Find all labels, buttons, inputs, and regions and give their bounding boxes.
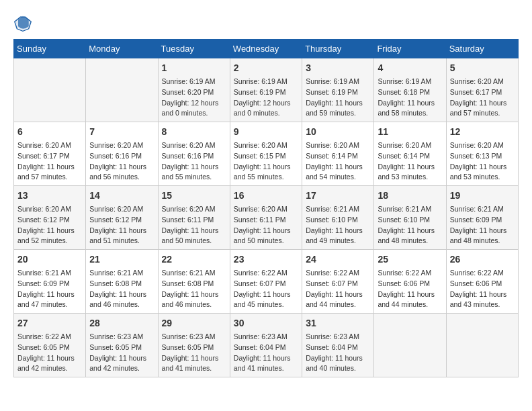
day-number: 22 [162, 253, 226, 267]
day-info: Sunrise: 6:19 AMSunset: 6:19 PMDaylight:… [306, 77, 370, 119]
day-number: 9 [234, 125, 298, 139]
day-info: Sunrise: 6:19 AMSunset: 6:19 PMDaylight:… [234, 77, 298, 119]
day-info: Sunrise: 6:20 AMSunset: 6:14 PMDaylight:… [378, 140, 442, 183]
day-number: 6 [17, 125, 82, 139]
calendar-cell: 30Sunrise: 6:23 AMSunset: 6:04 PMDayligh… [230, 314, 302, 377]
logo-icon [13, 13, 32, 32]
calendar-cell: 20Sunrise: 6:21 AMSunset: 6:09 PMDayligh… [14, 250, 86, 314]
calendar-cell: 16Sunrise: 6:20 AMSunset: 6:11 PMDayligh… [230, 186, 302, 250]
calendar-cell: 15Sunrise: 6:20 AMSunset: 6:11 PMDayligh… [158, 186, 230, 250]
calendar-cell: 23Sunrise: 6:22 AMSunset: 6:07 PMDayligh… [230, 250, 302, 314]
calendar-cell: 21Sunrise: 6:21 AMSunset: 6:08 PMDayligh… [86, 250, 158, 314]
calendar-cell [86, 58, 158, 122]
header-wednesday: Wednesday [230, 40, 302, 58]
day-info: Sunrise: 6:21 AMSunset: 6:08 PMDaylight:… [162, 268, 226, 310]
calendar-cell: 27Sunrise: 6:22 AMSunset: 6:05 PMDayligh… [14, 314, 86, 377]
day-info: Sunrise: 6:20 AMSunset: 6:17 PMDaylight:… [17, 140, 82, 183]
page-header [13, 13, 519, 32]
day-info: Sunrise: 6:20 AMSunset: 6:11 PMDaylight:… [162, 204, 226, 246]
day-number: 31 [306, 316, 370, 330]
week-row-1: 1Sunrise: 6:19 AMSunset: 6:20 PMDaylight… [14, 58, 519, 122]
day-number: 26 [450, 253, 515, 267]
day-number: 15 [162, 189, 226, 203]
day-info: Sunrise: 6:20 AMSunset: 6:16 PMDaylight:… [162, 140, 226, 183]
day-info: Sunrise: 6:20 AMSunset: 6:13 PMDaylight:… [450, 140, 515, 183]
header-sunday: Sunday [14, 40, 86, 58]
calendar-cell: 7Sunrise: 6:20 AMSunset: 6:16 PMDaylight… [86, 122, 158, 186]
calendar-cell: 8Sunrise: 6:20 AMSunset: 6:16 PMDaylight… [158, 122, 230, 186]
day-info: Sunrise: 6:20 AMSunset: 6:17 PMDaylight:… [450, 77, 515, 119]
day-info: Sunrise: 6:20 AMSunset: 6:15 PMDaylight:… [234, 140, 298, 183]
week-row-5: 27Sunrise: 6:22 AMSunset: 6:05 PMDayligh… [14, 314, 519, 377]
day-info: Sunrise: 6:22 AMSunset: 6:07 PMDaylight:… [306, 268, 370, 310]
day-info: Sunrise: 6:19 AMSunset: 6:20 PMDaylight:… [162, 77, 226, 119]
calendar-cell: 4Sunrise: 6:19 AMSunset: 6:18 PMDaylight… [374, 58, 446, 122]
calendar-cell [446, 314, 518, 377]
day-info: Sunrise: 6:21 AMSunset: 6:10 PMDaylight:… [306, 204, 370, 246]
day-info: Sunrise: 6:23 AMSunset: 6:05 PMDaylight:… [89, 332, 154, 374]
calendar-cell: 1Sunrise: 6:19 AMSunset: 6:20 PMDaylight… [158, 58, 230, 122]
header-row: SundayMondayTuesdayWednesdayThursdayFrid… [14, 40, 519, 58]
day-number: 10 [306, 125, 370, 139]
day-info: Sunrise: 6:20 AMSunset: 6:12 PMDaylight:… [89, 204, 154, 246]
day-info: Sunrise: 6:22 AMSunset: 6:06 PMDaylight:… [450, 268, 515, 310]
day-number: 3 [306, 61, 370, 75]
header-tuesday: Tuesday [158, 40, 230, 58]
calendar-cell: 19Sunrise: 6:21 AMSunset: 6:09 PMDayligh… [446, 186, 518, 250]
day-number: 14 [89, 189, 154, 203]
calendar-cell: 14Sunrise: 6:20 AMSunset: 6:12 PMDayligh… [86, 186, 158, 250]
day-number: 2 [234, 61, 298, 75]
day-number: 20 [17, 253, 82, 267]
day-number: 17 [306, 189, 370, 203]
header-monday: Monday [86, 40, 158, 58]
calendar-cell: 9Sunrise: 6:20 AMSunset: 6:15 PMDaylight… [230, 122, 302, 186]
day-info: Sunrise: 6:20 AMSunset: 6:14 PMDaylight:… [306, 140, 370, 183]
day-info: Sunrise: 6:21 AMSunset: 6:08 PMDaylight:… [89, 268, 154, 310]
calendar-cell: 28Sunrise: 6:23 AMSunset: 6:05 PMDayligh… [86, 314, 158, 377]
day-number: 8 [162, 125, 226, 139]
calendar-cell: 13Sunrise: 6:20 AMSunset: 6:12 PMDayligh… [14, 186, 86, 250]
week-row-4: 20Sunrise: 6:21 AMSunset: 6:09 PMDayligh… [14, 250, 519, 314]
calendar-cell: 24Sunrise: 6:22 AMSunset: 6:07 PMDayligh… [302, 250, 374, 314]
day-number: 5 [450, 61, 515, 75]
calendar-cell: 5Sunrise: 6:20 AMSunset: 6:17 PMDaylight… [446, 58, 518, 122]
day-info: Sunrise: 6:22 AMSunset: 6:07 PMDaylight:… [234, 268, 298, 310]
calendar-cell: 10Sunrise: 6:20 AMSunset: 6:14 PMDayligh… [302, 122, 374, 186]
day-number: 21 [89, 253, 154, 267]
day-info: Sunrise: 6:21 AMSunset: 6:10 PMDaylight:… [378, 204, 442, 246]
week-row-3: 13Sunrise: 6:20 AMSunset: 6:12 PMDayligh… [14, 186, 519, 250]
day-info: Sunrise: 6:21 AMSunset: 6:09 PMDaylight:… [17, 268, 82, 310]
calendar-cell: 25Sunrise: 6:22 AMSunset: 6:06 PMDayligh… [374, 250, 446, 314]
header-friday: Friday [374, 40, 446, 58]
day-number: 28 [89, 316, 154, 330]
calendar-cell: 31Sunrise: 6:23 AMSunset: 6:04 PMDayligh… [302, 314, 374, 377]
day-info: Sunrise: 6:23 AMSunset: 6:05 PMDaylight:… [162, 332, 226, 374]
day-number: 24 [306, 253, 370, 267]
header-saturday: Saturday [446, 40, 518, 58]
day-number: 13 [17, 189, 82, 203]
day-info: Sunrise: 6:22 AMSunset: 6:05 PMDaylight:… [17, 332, 82, 374]
day-number: 16 [234, 189, 298, 203]
calendar-cell: 6Sunrise: 6:20 AMSunset: 6:17 PMDaylight… [14, 122, 86, 186]
day-info: Sunrise: 6:19 AMSunset: 6:18 PMDaylight:… [378, 77, 442, 119]
day-info: Sunrise: 6:23 AMSunset: 6:04 PMDaylight:… [234, 332, 298, 374]
day-info: Sunrise: 6:20 AMSunset: 6:11 PMDaylight:… [234, 204, 298, 246]
day-number: 23 [234, 253, 298, 267]
calendar-header: SundayMondayTuesdayWednesdayThursdayFrid… [14, 40, 519, 58]
day-number: 25 [378, 253, 442, 267]
day-number: 7 [89, 125, 154, 139]
day-number: 18 [378, 189, 442, 203]
calendar-cell: 17Sunrise: 6:21 AMSunset: 6:10 PMDayligh… [302, 186, 374, 250]
day-number: 27 [17, 316, 82, 330]
day-number: 19 [450, 189, 515, 203]
calendar-cell [374, 314, 446, 377]
day-info: Sunrise: 6:20 AMSunset: 6:12 PMDaylight:… [17, 204, 82, 246]
calendar-cell: 2Sunrise: 6:19 AMSunset: 6:19 PMDaylight… [230, 58, 302, 122]
calendar-cell: 26Sunrise: 6:22 AMSunset: 6:06 PMDayligh… [446, 250, 518, 314]
day-number: 29 [162, 316, 226, 330]
calendar-cell: 18Sunrise: 6:21 AMSunset: 6:10 PMDayligh… [374, 186, 446, 250]
header-thursday: Thursday [302, 40, 374, 58]
calendar-cell [14, 58, 86, 122]
day-info: Sunrise: 6:21 AMSunset: 6:09 PMDaylight:… [450, 204, 515, 246]
calendar-cell: 29Sunrise: 6:23 AMSunset: 6:05 PMDayligh… [158, 314, 230, 377]
